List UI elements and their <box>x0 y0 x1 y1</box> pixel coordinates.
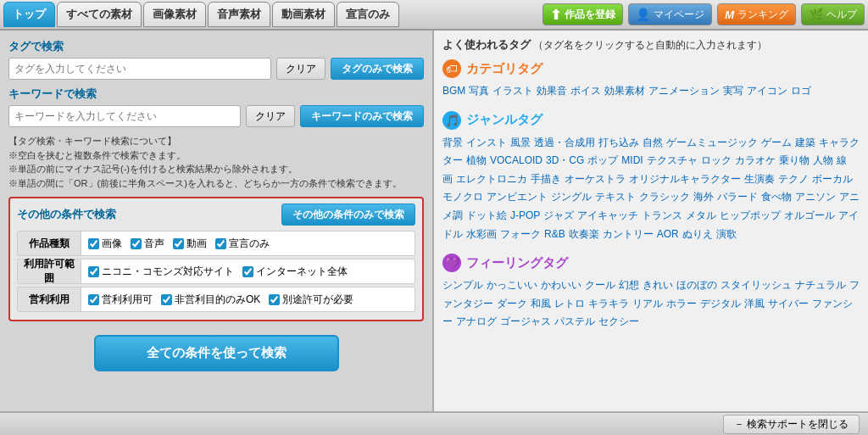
tag-link[interactable]: テクノ <box>778 173 809 185</box>
keyword-search-input[interactable] <box>8 105 241 127</box>
tag-link[interactable]: ほのぼの <box>676 279 717 291</box>
tag-link[interactable]: パステル <box>554 315 595 327</box>
tag-link[interactable]: 透過・合成用 <box>534 137 595 148</box>
keyword-search-button[interactable]: キーワードのみで検索 <box>300 105 424 127</box>
mypage-button[interactable]: 👤 マイページ <box>628 3 712 25</box>
tag-link[interactable]: シンプル <box>442 279 483 291</box>
tag-link[interactable]: 背景 <box>442 137 463 148</box>
tag-link[interactable]: アイコン <box>747 85 787 97</box>
tag-link[interactable]: ジングル <box>551 191 592 203</box>
checkbox-niconico-input[interactable] <box>88 266 99 277</box>
tag-link[interactable]: テクスチャ <box>647 154 698 166</box>
tag-link[interactable]: 人物 <box>813 154 833 166</box>
tag-link[interactable]: アニソン <box>795 191 836 203</box>
tag-link[interactable]: ロゴ <box>791 85 811 97</box>
checkbox-separate-permission-input[interactable] <box>269 294 280 305</box>
tag-link[interactable]: ゲーム <box>761 137 792 148</box>
tag-link[interactable]: アニメーション <box>648 85 720 97</box>
tag-link[interactable]: アンビエント <box>487 191 548 203</box>
checkbox-commercial-ok[interactable]: 営利利用可 <box>88 293 153 307</box>
tag-link[interactable]: 生演奏 <box>744 173 775 185</box>
tag-link[interactable]: イラスト <box>492 85 533 97</box>
tag-link[interactable]: テキスト <box>595 191 636 203</box>
tag-link[interactable]: バラード <box>717 191 758 203</box>
tag-link[interactable]: サイバー <box>768 298 809 310</box>
tag-link[interactable]: インスト <box>466 137 507 148</box>
big-search-button[interactable]: 全ての条件を使って検索 <box>94 335 339 371</box>
nav-tab-audio[interactable]: 音声素材 <box>208 2 270 27</box>
tag-link[interactable]: ぬりえ <box>682 228 713 240</box>
checkbox-separate-permission[interactable]: 別途許可が必要 <box>269 293 353 307</box>
tag-link[interactable]: ボーカル <box>812 173 853 185</box>
nav-tab-top[interactable]: トップ <box>3 2 55 27</box>
tag-link[interactable]: 建築 <box>795 137 815 148</box>
checkbox-audio[interactable]: 音声 <box>131 237 164 251</box>
tag-link[interactable]: 乗り物 <box>779 154 810 166</box>
tag-link[interactable]: ジャズ <box>543 209 574 221</box>
nav-tab-declaration[interactable]: 宣言のみ <box>337 2 399 27</box>
checkbox-commercial-ok-input[interactable] <box>88 294 99 305</box>
tag-link[interactable]: ヒップポップ <box>720 209 781 221</box>
checkbox-audio-input[interactable] <box>131 238 142 249</box>
tag-link[interactable]: オーケストラ <box>565 173 626 185</box>
tag-link[interactable]: ポップ <box>587 154 618 166</box>
tag-link[interactable]: レトロ <box>554 298 585 310</box>
ranking-button[interactable]: M ランキング <box>717 3 796 25</box>
tag-link[interactable]: クラシック <box>639 191 690 203</box>
tag-link[interactable]: オリジナルキャラクター <box>629 173 741 185</box>
tag-link[interactable]: アナログ <box>456 315 497 327</box>
tag-link[interactable]: J-POP <box>510 209 540 221</box>
keyword-clear-button[interactable]: クリア <box>246 105 295 127</box>
tag-link[interactable]: 水彩画 <box>466 228 497 240</box>
nav-tab-video[interactable]: 動画素材 <box>272 2 335 27</box>
tag-link[interactable]: キラキラ <box>588 298 629 310</box>
checkbox-video-input[interactable] <box>173 238 184 249</box>
tag-link[interactable]: 3D・CG <box>546 154 584 166</box>
tag-link[interactable]: フォーク <box>500 228 541 240</box>
checkbox-video[interactable]: 動画 <box>173 237 207 251</box>
tag-link[interactable]: 和風 <box>531 298 551 310</box>
tag-link[interactable]: 効果音 <box>537 85 567 97</box>
tag-link[interactable]: R&B <box>544 228 565 240</box>
tag-link[interactable]: 洋風 <box>744 298 765 310</box>
tag-link[interactable]: ボイス <box>570 85 601 97</box>
nav-tab-image[interactable]: 画像素材 <box>143 2 206 27</box>
tag-link[interactable]: モノクロ <box>442 191 483 203</box>
tag-link[interactable]: 食べ物 <box>761 191 792 203</box>
tag-link[interactable]: アイキャッチ <box>577 209 638 221</box>
tag-link[interactable]: きれい <box>643 279 673 291</box>
checkbox-declaration[interactable]: 宣言のみ <box>215 237 270 251</box>
tag-link[interactable]: 打ち込み <box>598 137 639 148</box>
tag-link[interactable]: 写真 <box>469 85 489 97</box>
tag-link[interactable]: 自然 <box>643 137 663 148</box>
tag-link[interactable]: リアル <box>632 298 663 310</box>
tag-link[interactable]: ナチュラル <box>795 279 846 291</box>
tag-link[interactable]: カラオケ <box>735 154 776 166</box>
tag-link[interactable]: 幻想 <box>619 279 639 291</box>
tag-link[interactable]: ゲームミュージック <box>666 137 758 148</box>
tag-clear-button[interactable]: クリア <box>276 58 326 80</box>
tag-link[interactable]: ホラー <box>666 298 697 310</box>
tag-link[interactable]: ゴージャス <box>500 315 551 327</box>
tag-link[interactable]: スタイリッシュ <box>721 279 792 291</box>
tag-link[interactable]: デジタル <box>700 298 741 310</box>
checkbox-niconico[interactable]: ニコニ・コモンズ対応サイト <box>88 265 234 279</box>
checkbox-nonprofit-input[interactable] <box>161 294 172 305</box>
tag-link[interactable]: MIDI <box>621 154 643 166</box>
checkbox-declaration-input[interactable] <box>215 238 226 249</box>
tag-link[interactable]: 吹奏楽 <box>569 228 599 240</box>
tag-link[interactable]: かっこいい <box>487 279 537 291</box>
tag-link[interactable]: ドット絵 <box>466 209 507 221</box>
tag-link[interactable]: クール <box>585 279 615 291</box>
tag-link[interactable]: ダーク <box>497 298 527 310</box>
checkbox-image-input[interactable] <box>88 238 99 249</box>
tag-search-button[interactable]: タグのみで検索 <box>331 58 424 80</box>
register-button[interactable]: ⬆ 作品を登録 <box>542 3 623 25</box>
tag-link[interactable]: ロック <box>701 154 732 166</box>
checkbox-internet-input[interactable] <box>242 266 253 277</box>
close-support-button[interactable]: － 検索サポートを閉じる <box>723 415 860 434</box>
checkbox-internet[interactable]: インターネット全体 <box>242 265 348 279</box>
tag-link[interactable]: メタル <box>686 209 716 221</box>
tag-link[interactable]: オルゴール <box>784 209 835 221</box>
checkbox-nonprofit[interactable]: 非営利目的のみOK <box>161 293 260 307</box>
